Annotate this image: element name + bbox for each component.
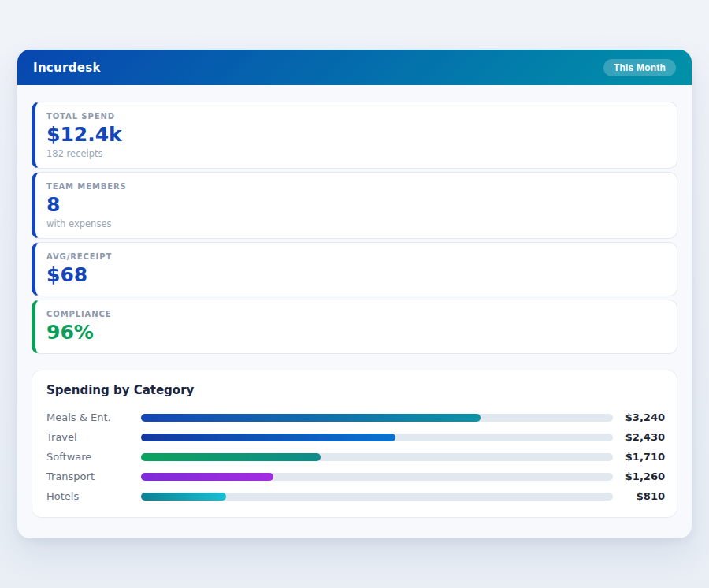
- category-label: Meals & Ent.: [46, 411, 141, 423]
- category-label: Software: [46, 451, 141, 463]
- bar-track: [141, 473, 613, 481]
- category-label: Transport: [46, 471, 141, 482]
- stat-value: 8: [46, 193, 664, 217]
- category-value: $1,260: [613, 471, 665, 482]
- bar-fill: [141, 473, 273, 481]
- spending-by-category-card: Spending by Category Meals & Ent. $3,240…: [32, 370, 677, 518]
- panel-header: Incurdesk This Month: [17, 50, 692, 85]
- stat-label: TOTAL SPEND: [46, 112, 664, 121]
- category-label: Hotels: [46, 490, 141, 502]
- stat-value: 96%: [46, 321, 664, 344]
- stat-card: COMPLIANCE 96%: [32, 300, 677, 354]
- category-row: Meals & Ent. $3,240: [46, 408, 665, 427]
- bar-fill: [141, 434, 395, 441]
- category-label: Travel: [46, 431, 141, 443]
- category-row: Software $1,710: [46, 447, 665, 467]
- stat-card: TEAM MEMBERS 8 with expenses: [32, 172, 677, 239]
- category-value: $810: [613, 490, 665, 502]
- stat-label: AVG/RECEIPT: [46, 252, 664, 261]
- category-value: $3,240: [613, 411, 665, 423]
- bar-track: [141, 434, 613, 441]
- dashboard-panel: Incurdesk This Month TOTAL SPEND $12.4k …: [17, 50, 692, 538]
- bar-fill: [141, 414, 481, 422]
- stat-value: $12.4k: [46, 123, 664, 147]
- stat-subtext: 182 receipts: [46, 148, 664, 159]
- bar-fill: [141, 453, 321, 461]
- section-title: Spending by Category: [46, 383, 665, 397]
- category-value: $2,430: [613, 431, 665, 443]
- period-badge[interactable]: This Month: [603, 59, 676, 76]
- category-row: Transport $1,260: [46, 467, 665, 486]
- category-row: Travel $2,430: [46, 427, 665, 447]
- bar-fill: [141, 493, 226, 501]
- stat-value: $68: [46, 263, 664, 287]
- bar-track: [141, 414, 613, 422]
- stat-label: TEAM MEMBERS: [46, 182, 664, 191]
- category-row: Hotels $810: [46, 486, 665, 506]
- app-title: Incurdesk: [33, 61, 101, 75]
- panel-body: TOTAL SPEND $12.4k 182 receipts TEAM MEM…: [17, 85, 692, 534]
- stat-label: COMPLIANCE: [46, 310, 664, 318]
- bar-track: [141, 453, 613, 461]
- stat-subtext: with expenses: [46, 218, 664, 229]
- category-value: $1,710: [613, 451, 665, 463]
- bar-track: [141, 493, 613, 501]
- stat-card: TOTAL SPEND $12.4k 182 receipts: [32, 102, 677, 169]
- stat-card: AVG/RECEIPT $68: [32, 242, 677, 296]
